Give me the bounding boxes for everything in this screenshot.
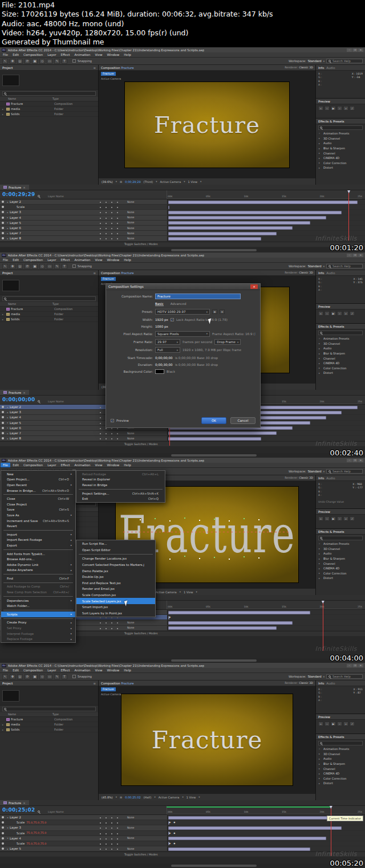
close-button[interactable]: ✕: [358, 48, 363, 52]
camera-tool-icon[interactable]: ▣: [32, 59, 38, 64]
toggle-switches-label[interactable]: Toggle Switches / Modes: [124, 243, 158, 246]
script-menu-item[interactable]: Smart Import.jsx: [76, 604, 155, 610]
twirl-icon[interactable]: ▸: [2, 723, 5, 726]
audio-mute-button[interactable]: ♪: [350, 516, 355, 521]
zoom-level[interactable]: (39.6%): [102, 180, 113, 184]
effects-category-row[interactable]: ▸3D Channel: [316, 547, 365, 552]
project-item-row[interactable]: ▸ Solids Folder: [0, 727, 98, 732]
effects-category-row[interactable]: ▸Blur & Sharpen: [316, 556, 365, 561]
minimize-button[interactable]: –: [347, 48, 352, 52]
rotation-tool-icon[interactable]: ⟳: [25, 59, 30, 64]
project-item-row[interactable]: ▸ media Folder: [0, 312, 98, 317]
keyframe-icons[interactable]: ◆ ◆: [169, 842, 176, 845]
layer-duration-track[interactable]: [167, 626, 365, 630]
effects-category-row[interactable]: ▸Blur & Sharpen: [316, 146, 365, 151]
audio-mute-button[interactable]: ♪: [350, 311, 355, 316]
project-search-input[interactable]: [2, 296, 96, 301]
selection-tool-icon[interactable]: ↖: [2, 264, 8, 269]
script-menu-item[interactable]: Convert Selected Properties to Markers.j…: [76, 562, 155, 568]
timeline-layer-row[interactable]: ▸ Layer 8 None: [0, 436, 365, 441]
drop-frame-dropdown[interactable]: Drop Frame▾: [214, 339, 241, 345]
timeline-layer-row[interactable]: ▸ Layer 2 None: [0, 199, 365, 205]
twirl-icon[interactable]: ▸: [6, 232, 10, 235]
file-menu-item[interactable]: [79, 489, 163, 490]
script-menu-item[interactable]: Scale Selected Layers.jsx: [76, 598, 155, 604]
file-menu-item[interactable]: Import Recent Footage ▸: [1, 537, 75, 543]
cancel-button[interactable]: Cancel: [230, 417, 256, 424]
layer-duration-track[interactable]: ◆ ◆: [167, 831, 365, 836]
effects-category-row[interactable]: ▸CINEMA 4D: [316, 566, 365, 571]
layer-switches[interactable]: [95, 836, 127, 841]
toggle-switches-label[interactable]: Toggle Switches / Modes: [124, 443, 158, 446]
renderer-value[interactable]: Classic 3D: [299, 476, 313, 479]
timeline-tab-fracture[interactable]: Fracture×: [0, 800, 29, 805]
project-item-row[interactable]: ▸ media Folder: [0, 107, 98, 112]
pen-tool-icon[interactable]: ✎: [54, 674, 60, 679]
file-menu-item[interactable]: Replace Footage ▸: [1, 636, 75, 642]
script-menu-item[interactable]: Double-Up.jsx: [76, 574, 155, 580]
layer-switches[interactable]: [95, 820, 127, 825]
timeline-layer-row[interactable]: ▸ Layer 5 None: [0, 846, 365, 851]
file-menu-item[interactable]: Import ▸: [1, 532, 75, 537]
file-menu-item[interactable]: [3, 574, 73, 574]
layer-duration-track[interactable]: [167, 431, 365, 435]
effects-category-row[interactable]: ▸CINEMA 4D: [316, 771, 365, 776]
layer-duration-track[interactable]: [167, 620, 365, 625]
layer-name-column-header[interactable]: Layer Name: [48, 195, 64, 198]
tab-composition[interactable]: Composition Fracture: [101, 682, 134, 685]
menu-item[interactable]: File: [1, 463, 10, 467]
script-menu-item[interactable]: Scale Composition.jsx: [76, 592, 155, 598]
comp-mini-tab[interactable]: Fracture: [101, 72, 116, 76]
script-menu-item[interactable]: Sort Layers by In Point.jsx: [76, 610, 155, 617]
next-frame-button[interactable]: ›: [337, 516, 342, 521]
menu-item[interactable]: Animation: [72, 52, 92, 57]
close-button[interactable]: ✕: [358, 459, 363, 462]
camera-tool-icon[interactable]: ▣: [32, 674, 38, 679]
close-button[interactable]: ✕: [358, 664, 363, 667]
start-timecode-value[interactable]: 0;00;00;00: [155, 356, 173, 360]
layer-name-column-header[interactable]: Layer Name: [48, 810, 64, 813]
tab-effects-presets[interactable]: Effects & Presets: [318, 325, 344, 328]
grid-options-icon[interactable]: ⊞: [120, 180, 122, 184]
parent-select[interactable]: None: [127, 816, 167, 819]
visibility-toggle[interactable]: [2, 842, 4, 845]
layer-duration-bar[interactable]: [168, 437, 261, 441]
file-menu-item[interactable]: Watch Folder...: [1, 603, 75, 609]
visibility-toggle[interactable]: [2, 416, 4, 418]
help-search-input[interactable]: Search Help: [326, 59, 363, 63]
effects-category-row[interactable]: ▸Distort: [316, 781, 365, 786]
camera-view-select[interactable]: Active Camera: [159, 796, 180, 799]
restore-button[interactable]: ❐: [352, 48, 358, 52]
effects-category-row[interactable]: ▸Color Correction: [316, 366, 365, 371]
project-item-row[interactable]: ▸ media Folder: [0, 722, 98, 727]
twirl-icon[interactable]: ▸: [6, 432, 10, 435]
visibility-toggle[interactable]: [2, 821, 4, 824]
tab-info[interactable]: Info: [318, 66, 324, 70]
layer-switches[interactable]: [95, 815, 127, 820]
file-menu-item[interactable]: Save As ▸: [1, 512, 75, 518]
selection-tool-icon[interactable]: ↖: [2, 59, 8, 64]
twirl-icon[interactable]: ▸: [6, 227, 10, 230]
first-frame-button[interactable]: «: [318, 516, 323, 521]
effects-category-row[interactable]: ▸CINEMA 4D: [316, 361, 365, 366]
menu-item[interactable]: Effect: [59, 52, 72, 57]
twirl-icon[interactable]: ▸: [6, 437, 10, 440]
parent-select[interactable]: None: [127, 432, 167, 435]
audio-mute-button[interactable]: ♪: [350, 106, 355, 111]
zoom-tool-icon[interactable]: ◎: [17, 674, 23, 679]
timeline-layer-row[interactable]: ▾ Layer 2 None: [0, 815, 365, 820]
visibility-toggle[interactable]: [2, 411, 4, 413]
width-value[interactable]: 1920 px: [155, 318, 168, 321]
effects-search-input[interactable]: [318, 741, 363, 745]
menu-item[interactable]: Edit: [10, 463, 21, 467]
tab-composition[interactable]: Composition Fracture: [101, 271, 134, 275]
layer-switches[interactable]: [95, 221, 127, 225]
camera-view-select[interactable]: Active Camera: [156, 590, 177, 594]
effects-category-row[interactable]: ▸Audio: [316, 551, 365, 556]
twirl-icon[interactable]: ▾: [6, 826, 10, 829]
file-menu-item[interactable]: [3, 494, 73, 495]
tab-audio[interactable]: Audio: [326, 682, 335, 685]
file-menu-item[interactable]: New Comp from Selection Ctrl+Alt+/: [1, 589, 75, 595]
visibility-toggle[interactable]: [2, 206, 4, 208]
layer-duration-track[interactable]: [167, 610, 365, 614]
